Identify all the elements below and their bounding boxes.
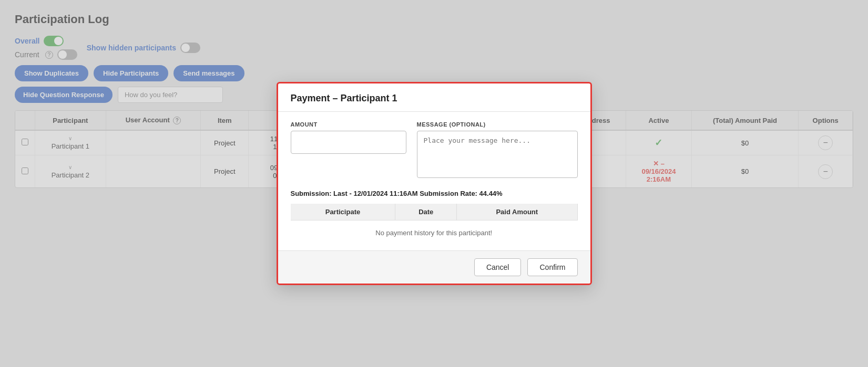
amount-group: AMOUNT (291, 121, 406, 178)
payment-col-date: Date (395, 204, 457, 221)
payment-modal: Payment – Participant 1 AMOUNT MESSAGE (… (277, 82, 592, 285)
message-group: MESSAGE (OPTIONAL) (417, 121, 578, 178)
payment-col-participate: Participate (291, 204, 395, 221)
modal-body: AMOUNT MESSAGE (OPTIONAL) Submission: La… (278, 112, 590, 250)
modal-overlay: Payment – Participant 1 AMOUNT MESSAGE (… (0, 0, 868, 367)
amount-label: AMOUNT (291, 121, 406, 128)
modal-footer: Cancel Confirm (278, 250, 590, 284)
payment-history-table: Participate Date Paid Amount No payment … (291, 204, 578, 245)
confirm-button[interactable]: Confirm (527, 258, 577, 276)
cancel-button[interactable]: Cancel (474, 258, 522, 276)
message-label: MESSAGE (OPTIONAL) (417, 121, 578, 128)
form-row: AMOUNT MESSAGE (OPTIONAL) (291, 121, 578, 178)
amount-input[interactable] (291, 131, 406, 154)
message-textarea[interactable] (417, 131, 578, 178)
no-history-text: No payment history for this participant! (291, 221, 578, 246)
submission-info: Submission: Last - 12/01/2024 11:16AM Su… (291, 186, 578, 197)
modal-title: Payment – Participant 1 (291, 93, 578, 104)
payment-col-amount: Paid Amount (457, 204, 577, 221)
no-history-row: No payment history for this participant! (291, 221, 578, 246)
modal-header: Payment – Participant 1 (278, 83, 590, 112)
payment-header-row: Participate Date Paid Amount (291, 204, 578, 221)
